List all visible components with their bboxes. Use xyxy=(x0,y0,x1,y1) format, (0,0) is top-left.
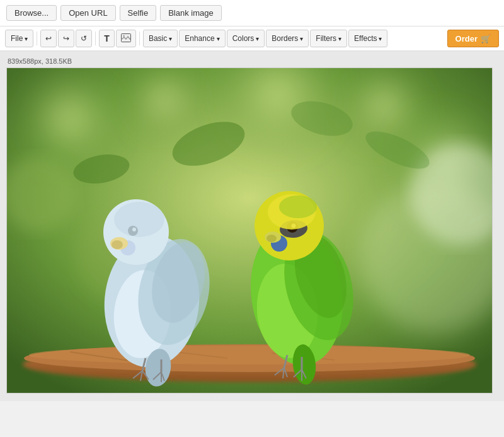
effects-menu[interactable]: Effects ▾ xyxy=(348,30,387,47)
basic-menu[interactable]: Basic ▾ xyxy=(143,30,178,47)
file-chevron-icon: ▾ xyxy=(25,35,28,42)
image-tool-icon xyxy=(121,33,131,44)
image-container xyxy=(6,67,493,393)
filters-menu[interactable]: Filters ▾ xyxy=(310,30,347,47)
basic-chevron-icon: ▾ xyxy=(169,35,172,42)
borders-menu[interactable]: Borders ▾ xyxy=(266,30,309,47)
colors-chevron-icon: ▾ xyxy=(256,35,259,42)
filters-label: Filters xyxy=(316,34,336,43)
borders-label: Borders xyxy=(272,34,298,43)
undo-icon: ↩ xyxy=(45,34,52,43)
svg-point-54 xyxy=(279,195,317,218)
redo-icon: ↪ xyxy=(63,34,69,43)
enhance-chevron-icon: ▾ xyxy=(217,35,220,42)
image-tool-button[interactable] xyxy=(116,30,136,47)
canvas-area: 839x588px, 318.5KB xyxy=(0,51,504,401)
blank-image-button[interactable]: Blank image xyxy=(160,5,222,21)
svg-point-1 xyxy=(123,35,125,37)
history-icon: ↺ xyxy=(81,34,87,43)
cart-icon: 🛒 xyxy=(481,34,491,44)
toolbar: File ▾ ↩ ↪ ↺ T Basic ▾ Enhance ▾ xyxy=(0,26,504,51)
image-info: 839x588px, 318.5KB xyxy=(6,57,498,65)
redo-button[interactable]: ↪ xyxy=(58,30,74,47)
parakeet-scene xyxy=(7,68,492,393)
open-url-button[interactable]: Open URL xyxy=(60,5,115,21)
svg-point-29 xyxy=(112,240,123,249)
file-label: File xyxy=(11,34,23,43)
image-canvas xyxy=(7,68,492,393)
divider-1 xyxy=(37,32,37,45)
filters-chevron-icon: ▾ xyxy=(338,35,341,42)
text-tool-button[interactable]: T xyxy=(99,30,115,47)
history-button[interactable]: ↺ xyxy=(76,30,92,47)
order-button[interactable]: Order 🛒 xyxy=(447,30,499,47)
svg-point-32 xyxy=(114,202,164,237)
enhance-menu[interactable]: Enhance ▾ xyxy=(179,30,225,47)
text-tool-icon: T xyxy=(104,33,110,44)
effects-chevron-icon: ▾ xyxy=(379,35,382,42)
borders-chevron-icon: ▾ xyxy=(300,35,303,42)
svg-point-50 xyxy=(266,235,277,242)
browse-button[interactable]: Browse... xyxy=(6,5,57,21)
selfie-button[interactable]: Selfie xyxy=(120,5,157,21)
divider-3 xyxy=(139,32,140,45)
undo-button[interactable]: ↩ xyxy=(40,30,57,47)
top-bar: Browse... Open URL Selfie Blank image xyxy=(0,0,504,26)
basic-label: Basic xyxy=(149,34,167,43)
colors-menu[interactable]: Colors ▾ xyxy=(227,30,265,47)
file-menu[interactable]: File ▾ xyxy=(5,30,33,47)
enhance-label: Enhance xyxy=(185,34,214,43)
order-label: Order xyxy=(455,34,478,44)
divider-2 xyxy=(95,32,96,45)
colors-label: Colors xyxy=(232,34,255,43)
effects-label: Effects xyxy=(354,34,377,43)
